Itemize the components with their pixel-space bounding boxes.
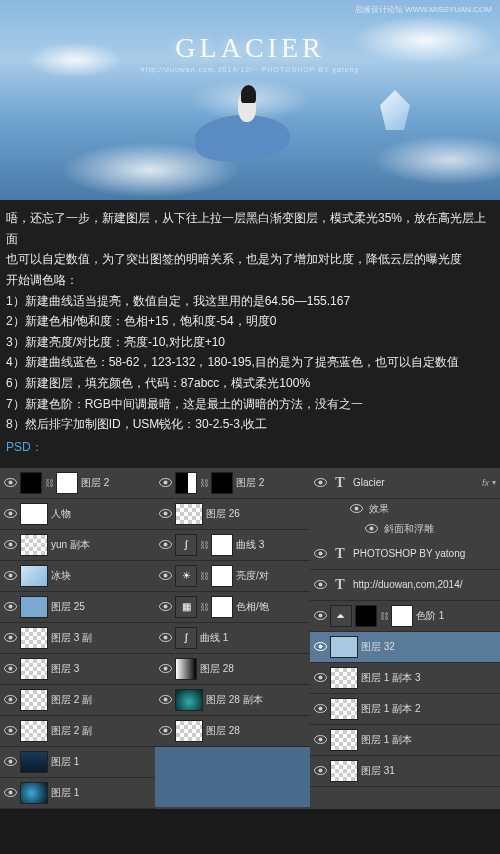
layer-row[interactable]: TPHOTOSHOP BY yatong (310, 539, 500, 570)
layer-row[interactable]: yun 副本 (0, 530, 155, 561)
visibility-icon[interactable] (314, 640, 327, 653)
layer-row[interactable]: 图层 25 (0, 592, 155, 623)
svg-point-5 (9, 543, 13, 547)
layer-row[interactable]: 人物 (0, 499, 155, 530)
curves-icon: ∫ (175, 627, 197, 649)
layer-row[interactable]: 图层 28 副本 (155, 685, 310, 716)
layer-row[interactable]: 图层 28 (155, 654, 310, 685)
layer-row[interactable]: ∫曲线 1 (155, 623, 310, 654)
layer-thumb (20, 472, 42, 494)
hero-subtitle: http://duowan.com.2014/12/·· PHOTOSHOP B… (141, 66, 360, 73)
layer-name: 图层 26 (206, 507, 306, 521)
layer-name: 图层 28 (200, 662, 306, 676)
visibility-icon[interactable] (4, 569, 17, 582)
layer-row[interactable]: ▦⛓色相/饱 (155, 592, 310, 623)
svg-point-21 (9, 791, 13, 795)
visibility-icon[interactable] (159, 631, 172, 644)
visibility-icon[interactable] (159, 662, 172, 675)
visibility-icon[interactable] (4, 476, 17, 489)
visibility-icon[interactable] (159, 507, 172, 520)
layer-row[interactable]: 图层 28 (155, 716, 310, 747)
layer-row[interactable]: 图层 1 副本 3 (310, 663, 500, 694)
layer-row[interactable]: 图层 3 (0, 654, 155, 685)
layer-thumb (330, 760, 358, 782)
layer-name: 色相/饱 (236, 600, 306, 614)
visibility-icon[interactable] (159, 724, 172, 737)
layer-row[interactable]: 图层 1 (0, 778, 155, 809)
visibility-icon[interactable] (4, 724, 17, 737)
link-icon: ⛓ (45, 478, 53, 488)
chevron-down-icon[interactable]: ▾ (492, 478, 496, 487)
layer-row[interactable]: Thttp://duowan,com,2014/ (310, 570, 500, 601)
effects-header[interactable]: 效果 (310, 499, 500, 519)
layer-row[interactable]: ⛓图层 2 (0, 468, 155, 499)
layer-thumb (175, 503, 203, 525)
layer-thumb (330, 667, 358, 689)
layer-name: 图层 3 副 (51, 631, 151, 645)
visibility-icon[interactable] (159, 476, 172, 489)
effect-item[interactable]: 斜面和浮雕 (310, 519, 500, 539)
fx-badge[interactable]: fx (482, 478, 489, 488)
layer-row[interactable]: ∫⛓曲线 3 (155, 530, 310, 561)
visibility-icon[interactable] (365, 522, 378, 535)
visibility-icon[interactable] (314, 671, 327, 684)
curves-icon: ∫ (175, 534, 197, 556)
visibility-icon[interactable] (314, 476, 327, 489)
layer-row[interactable]: 图层 31 (310, 756, 500, 787)
watermark: 思缘设计论坛 WWW.MISSYUAN.COM (355, 4, 492, 15)
svg-point-39 (164, 729, 168, 733)
visibility-icon[interactable] (4, 507, 17, 520)
svg-point-25 (164, 512, 168, 516)
layer-row-selected[interactable]: 图层 32 (310, 632, 500, 663)
visibility-icon[interactable] (159, 600, 172, 613)
visibility-icon[interactable] (4, 600, 17, 613)
step-line: 7）新建色阶：RGB中间调最暗，这是最土的调暗的方法，没有之一 (6, 394, 494, 415)
layer-row[interactable]: ⛓图层 2 (155, 468, 310, 499)
levels-icon: ⏶ (330, 605, 352, 627)
link-icon: ⛓ (200, 478, 208, 488)
layer-row[interactable]: 图层 1 (0, 747, 155, 778)
visibility-icon[interactable] (4, 755, 17, 768)
visibility-icon[interactable] (159, 538, 172, 551)
layer-row[interactable]: 图层 3 副 (0, 623, 155, 654)
visibility-icon[interactable] (4, 693, 17, 706)
layer-thumb (20, 596, 48, 618)
layer-thumb (330, 729, 358, 751)
svg-point-9 (9, 605, 13, 609)
svg-point-57 (319, 707, 323, 711)
layer-row[interactable]: 图层 2 副 (0, 716, 155, 747)
svg-point-55 (319, 676, 323, 680)
layer-name: 图层 32 (361, 640, 496, 654)
layer-row[interactable]: 图层 26 (155, 499, 310, 530)
visibility-icon[interactable] (159, 569, 172, 582)
visibility-icon[interactable] (350, 502, 363, 515)
hero-title: GLACIER (175, 32, 324, 64)
visibility-icon[interactable] (4, 631, 17, 644)
visibility-icon[interactable] (314, 764, 327, 777)
layer-row[interactable]: 图层 1 副本 2 (310, 694, 500, 725)
visibility-icon[interactable] (314, 733, 327, 746)
visibility-icon[interactable] (4, 662, 17, 675)
visibility-icon[interactable] (314, 547, 327, 560)
layer-row[interactable]: 冰块 (0, 561, 155, 592)
layer-row[interactable]: ⏶⛓色阶 1 (310, 601, 500, 632)
layer-row[interactable]: 图层 1 副本 (310, 725, 500, 756)
layer-row[interactable]: TGlacierfx▾ (310, 468, 500, 499)
effects-label: 效果 (369, 502, 389, 516)
layer-name: 图层 28 副本 (206, 693, 306, 707)
visibility-icon[interactable] (4, 538, 17, 551)
visibility-icon[interactable] (159, 693, 172, 706)
layer-thumb (20, 658, 48, 680)
visibility-icon[interactable] (314, 609, 327, 622)
layer-thumb (330, 698, 358, 720)
layer-row[interactable]: ☀⛓亮度/对 (155, 561, 310, 592)
layer-thumb (20, 627, 48, 649)
layer-row[interactable]: 图层 2 副 (0, 685, 155, 716)
visibility-icon[interactable] (314, 702, 327, 715)
layer-thumb (20, 503, 48, 525)
visibility-icon[interactable] (4, 786, 17, 799)
hue-icon: ▦ (175, 596, 197, 618)
svg-point-49 (319, 583, 323, 587)
visibility-icon[interactable] (314, 578, 327, 591)
svg-point-29 (164, 574, 168, 578)
